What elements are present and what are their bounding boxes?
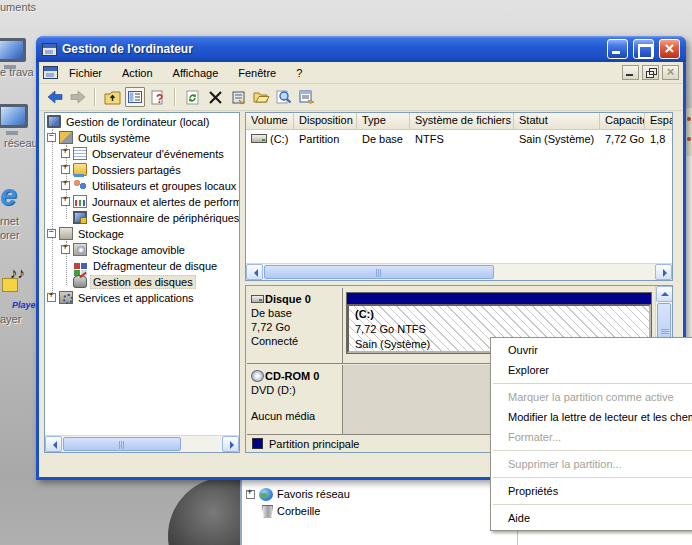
expand-plus-icon[interactable] <box>61 181 70 190</box>
tree-item-label: Outils système <box>76 132 152 144</box>
volume-name: (C:) <box>270 133 288 145</box>
scroll-left-arrow[interactable] <box>45 436 62 452</box>
tree-item-services-applications[interactable]: Services et applications <box>45 289 239 305</box>
disk0-info[interactable]: Disque 0 De base 7,72 Go Connecté <box>247 288 343 363</box>
scroll-right-arrow[interactable] <box>222 436 239 452</box>
recycle-bin-icon <box>262 505 273 518</box>
media-player-icon[interactable] <box>2 268 36 302</box>
toolbar-separator <box>94 88 96 106</box>
column-header-statut[interactable]: Statut <box>514 113 600 130</box>
tree-item-favoris-reseau[interactable]: Favoris réseau <box>246 486 350 502</box>
menu-item-explorer[interactable]: Explorer <box>491 360 692 380</box>
back-icon[interactable] <box>45 87 65 107</box>
shared-folders-icon <box>73 163 87 176</box>
tree-item-stockage[interactable]: Stockage <box>45 225 239 241</box>
menu-item-supprimer-partition: Supprimer la partition... <box>491 454 692 474</box>
internet-explorer-icon[interactable] <box>0 178 17 212</box>
scrollbar-thumb[interactable] <box>63 437 181 451</box>
cdrom-info[interactable]: CD-ROM 0 DVD (D:) Aucun média <box>247 365 343 434</box>
partition-name: (C:) <box>355 307 649 322</box>
tree-item-journaux-alertes[interactable]: Journaux et alertes de performance <box>45 193 239 209</box>
column-header-volume[interactable]: Volume <box>246 113 294 130</box>
network-places-icon[interactable] <box>0 104 28 128</box>
forward-icon[interactable] <box>68 87 88 107</box>
tree-item-label: Observateur d'événements <box>90 148 226 160</box>
tree-item-label: Journaux et alertes de performance <box>90 196 239 208</box>
expand-plus-icon[interactable] <box>61 245 70 254</box>
disk0-status: Connecté <box>251 334 340 348</box>
expand-plus-icon[interactable] <box>47 293 56 302</box>
expander-placeholder <box>61 213 70 222</box>
performance-logs-icon <box>73 195 87 208</box>
tree-item-computer-management-local[interactable]: Gestion de l'ordinateur (local) <box>45 113 239 129</box>
volume-type: De base <box>357 133 410 145</box>
menu-action[interactable]: Action <box>113 65 162 81</box>
menu-affichage[interactable]: Affichage <box>164 65 228 81</box>
column-header-capacite[interactable]: Capacité <box>600 113 645 130</box>
column-header-espace[interactable]: Espace li <box>645 113 673 130</box>
menu-fenetre[interactable]: Fenêtre <box>229 65 285 81</box>
child-restore-button[interactable] <box>642 65 659 80</box>
volume-drive-icon <box>251 134 267 143</box>
child-window-icon[interactable] <box>43 66 58 79</box>
tree-item-observateur-evenements[interactable]: Observateur d'événements <box>45 145 239 161</box>
child-close-button[interactable] <box>662 65 679 80</box>
properties-icon[interactable] <box>228 87 248 107</box>
expand-plus-icon[interactable] <box>246 490 255 499</box>
column-header-type[interactable]: Type <box>357 113 410 130</box>
tree-item-corbeille[interactable]: Corbeille <box>246 503 320 519</box>
scroll-up-arrow[interactable] <box>656 286 673 302</box>
column-header-systeme-fichiers[interactable]: Système de fichiers <box>410 113 514 130</box>
delete-icon[interactable] <box>205 87 225 107</box>
menu-item-modifier-lettre[interactable]: Modifier la lettre de lecteur et les che… <box>491 407 692 427</box>
tree-item-defragmenteur[interactable]: Défragmenteur de disque <box>45 257 239 273</box>
tree-item-label: Défragmenteur de disque <box>91 260 219 272</box>
title-bar[interactable]: Gestion de l'ordinateur <box>36 36 686 62</box>
collapse-minus-icon[interactable] <box>47 229 56 238</box>
expand-plus-icon[interactable] <box>61 149 70 158</box>
tree-item-dossiers-partages[interactable]: Dossiers partagés <box>45 161 239 177</box>
close-button[interactable] <box>659 39 680 59</box>
up-one-level-icon[interactable] <box>102 87 122 107</box>
refresh-icon[interactable] <box>182 87 202 107</box>
find-icon[interactable] <box>274 87 294 107</box>
tree-item-gestionnaire-peripheriques[interactable]: Gestionnaire de périphériques <box>45 209 239 225</box>
my-computer-icon[interactable] <box>0 38 26 62</box>
tree-item-label: Gestionnaire de périphériques <box>90 212 239 224</box>
column-header-disposition[interactable]: Disposition <box>294 113 357 130</box>
device-manager-icon <box>73 211 87 224</box>
scroll-right-arrow[interactable] <box>655 264 672 280</box>
tree-horizontal-scrollbar[interactable] <box>45 435 239 452</box>
tree-item-stockage-amovible[interactable]: Stockage amovible <box>45 241 239 257</box>
tree-item-outils-systeme[interactable]: Outils système <box>45 129 239 145</box>
export-list-icon[interactable] <box>297 87 317 107</box>
menu-item-ouvrir[interactable]: Ouvrir <box>491 340 692 360</box>
list-horizontal-scrollbar[interactable] <box>246 263 672 280</box>
primary-partition-color-swatch <box>252 438 263 449</box>
open-folder-icon[interactable] <box>251 87 271 107</box>
menu-help[interactable]: ? <box>287 65 311 81</box>
tree-item-utilisateurs-groupes[interactable]: Utilisateurs et groupes locaux <box>45 177 239 193</box>
cdrom-media: Aucun média <box>251 409 340 423</box>
collapse-minus-icon[interactable] <box>47 133 56 142</box>
disk0-size: 7,72 Go <box>251 320 340 334</box>
tree-item-label: Stockage <box>76 228 126 240</box>
minimize-button[interactable] <box>607 39 628 59</box>
volume-row-c[interactable]: (C:) Partition De base NTFS Sain (Systèm… <box>246 130 672 147</box>
menu-item-proprietes[interactable]: Propriétés <box>491 481 692 501</box>
expand-plus-icon[interactable] <box>61 165 70 174</box>
removable-storage-icon <box>73 243 87 256</box>
scroll-left-arrow[interactable] <box>246 264 263 280</box>
expand-plus-icon[interactable] <box>61 197 70 206</box>
help-icon[interactable]: ? <box>148 87 168 107</box>
maximize-button[interactable] <box>633 39 654 59</box>
child-minimize-button[interactable] <box>622 65 639 80</box>
menu-item-aide[interactable]: Aide <box>491 508 692 528</box>
menu-fichier[interactable]: Fichier <box>60 65 111 81</box>
show-hide-console-tree-icon[interactable] <box>125 87 145 107</box>
tree-item-gestion-des-disques[interactable]: Gestion des disques <box>45 273 239 289</box>
volume-capacite: 7,72 Go <box>600 133 645 145</box>
volume-disposition: Partition <box>294 133 357 145</box>
scrollbar-thumb[interactable] <box>264 265 494 279</box>
desktop-label-documents: uments <box>0 1 36 13</box>
